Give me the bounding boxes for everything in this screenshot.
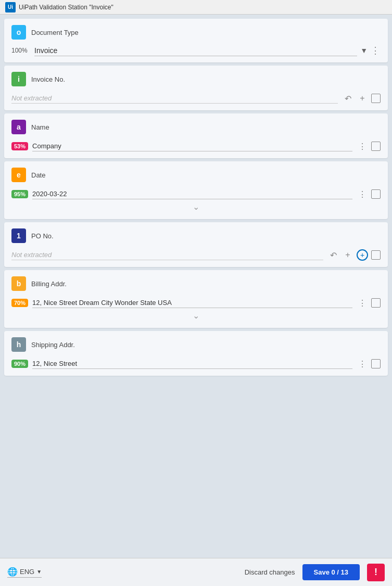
expand-chevron[interactable]: ⌄ bbox=[11, 309, 381, 322]
select-checkbox[interactable] bbox=[371, 298, 381, 308]
card-title-name: Name bbox=[31, 123, 49, 131]
card-header-date: eDate bbox=[11, 168, 381, 182]
card-document-type: oDocument Type100%InvoiceReceiptPurchase… bbox=[4, 19, 388, 62]
card-name: aName53%⋮ bbox=[4, 113, 388, 158]
card-header-invoice-no: iInvoice No. bbox=[11, 72, 381, 86]
field-actions: ↶+ bbox=[342, 93, 381, 104]
select-checkbox[interactable] bbox=[371, 250, 381, 260]
confidence-pct: 100% bbox=[11, 47, 31, 54]
document-type-select[interactable]: InvoiceReceiptPurchase Order bbox=[34, 45, 357, 56]
bottom-bar: 🌐 ENG ▼ Discard changes Save 0 / 13 ! bbox=[0, 558, 392, 586]
language-selector[interactable]: 🌐 ENG ▼ bbox=[7, 567, 42, 578]
language-label: ENG bbox=[20, 568, 34, 576]
field-actions: ↶++ bbox=[327, 249, 381, 261]
card-date: eDate95%⋮⌄ bbox=[4, 161, 388, 219]
field-row-invoice-no: Not extracted↶+ bbox=[11, 92, 381, 104]
globe-icon: 🌐 bbox=[7, 567, 18, 577]
document-type-row: 100%InvoiceReceiptPurchase Order▼⋮ bbox=[11, 45, 381, 56]
card-icon-date: e bbox=[11, 168, 26, 182]
more-options-button[interactable]: ⋮ bbox=[357, 141, 368, 152]
more-options-button[interactable]: ⋮ bbox=[357, 297, 368, 309]
main-container: oDocument Type100%InvoiceReceiptPurchase… bbox=[0, 15, 392, 558]
alert-button[interactable]: ! bbox=[367, 564, 385, 581]
field-input-date[interactable] bbox=[32, 189, 352, 199]
app-logo: Ui bbox=[5, 2, 16, 12]
field-row-shipping-addr: 90%⋮ bbox=[11, 357, 381, 370]
card-icon-shipping-addr: h bbox=[11, 337, 26, 352]
field-row-billing-addr: 70%⋮ bbox=[11, 296, 381, 309]
undo-button[interactable]: ↶ bbox=[342, 93, 353, 104]
not-extracted-label: Not extracted bbox=[11, 93, 338, 104]
field-actions: ⋮ bbox=[357, 188, 381, 200]
select-checkbox[interactable] bbox=[371, 94, 381, 103]
field-input-billing-addr[interactable] bbox=[32, 298, 352, 308]
card-title-billing-addr: Billing Addr. bbox=[31, 280, 67, 288]
field-row-name: 53%⋮ bbox=[11, 139, 381, 152]
chevron-down-icon: ▼ bbox=[36, 569, 42, 575]
card-header-name: aName bbox=[11, 120, 381, 134]
card-title-po-no: PO No. bbox=[31, 232, 54, 240]
more-options-icon[interactable]: ⋮ bbox=[371, 45, 381, 56]
card-icon-invoice-no: i bbox=[11, 72, 26, 86]
card-icon-document-type: o bbox=[11, 25, 26, 40]
card-header-document-type: oDocument Type bbox=[11, 25, 381, 40]
card-invoice-no: iInvoice No.Not extracted↶+ bbox=[4, 66, 388, 110]
more-options-button[interactable]: ⋮ bbox=[357, 188, 368, 200]
select-checkbox[interactable] bbox=[371, 359, 381, 368]
card-po-no: 1PO No.Not extracted↶++ bbox=[4, 222, 388, 267]
add-button[interactable]: + bbox=[357, 93, 368, 104]
expand-chevron[interactable]: ⌄ bbox=[11, 200, 381, 213]
field-row-date: 95%⋮ bbox=[11, 187, 381, 200]
card-icon-name: a bbox=[11, 120, 26, 134]
field-input-name[interactable] bbox=[32, 141, 352, 151]
card-header-shipping-addr: hShipping Addr. bbox=[11, 337, 381, 352]
title-bar: Ui UiPath Validation Station "Invoice" bbox=[0, 0, 392, 15]
confidence-badge: 53% bbox=[11, 142, 28, 150]
save-button[interactable]: Save 0 / 13 bbox=[302, 564, 360, 580]
app-title: UiPath Validation Station "Invoice" bbox=[19, 4, 113, 11]
card-title-date: Date bbox=[31, 171, 45, 179]
card-icon-billing-addr: b bbox=[11, 276, 26, 291]
discard-button[interactable]: Discard changes bbox=[245, 568, 295, 576]
field-actions: ⋮ bbox=[357, 297, 381, 309]
not-extracted-label: Not extracted bbox=[11, 250, 323, 260]
card-title-document-type: Document Type bbox=[31, 29, 79, 36]
field-input-shipping-addr[interactable] bbox=[32, 359, 352, 369]
confidence-badge: 70% bbox=[11, 299, 28, 307]
confidence-badge: 90% bbox=[11, 360, 28, 368]
card-icon-po-no: 1 bbox=[11, 228, 26, 243]
more-options-button[interactable]: ⋮ bbox=[357, 358, 368, 370]
field-actions: ⋮ bbox=[357, 358, 381, 370]
circle-add-button[interactable]: + bbox=[357, 249, 368, 261]
undo-button[interactable]: ↶ bbox=[327, 249, 339, 261]
select-checkbox[interactable] bbox=[371, 142, 381, 151]
field-row-po-no: Not extracted↶++ bbox=[11, 248, 381, 261]
card-header-billing-addr: bBilling Addr. bbox=[11, 276, 381, 291]
add-button[interactable]: + bbox=[342, 249, 353, 261]
dropdown-arrow-icon: ▼ bbox=[360, 46, 368, 55]
select-checkbox[interactable] bbox=[371, 189, 381, 199]
card-title-shipping-addr: Shipping Addr. bbox=[31, 341, 75, 349]
card-billing-addr: bBilling Addr.70%⋮⌄ bbox=[4, 270, 388, 328]
card-header-po-no: 1PO No. bbox=[11, 228, 381, 243]
card-shipping-addr: hShipping Addr.90%⋮ bbox=[4, 331, 388, 376]
field-actions: ⋮ bbox=[357, 141, 381, 152]
card-title-invoice-no: Invoice No. bbox=[31, 75, 65, 83]
confidence-badge: 95% bbox=[11, 190, 28, 198]
